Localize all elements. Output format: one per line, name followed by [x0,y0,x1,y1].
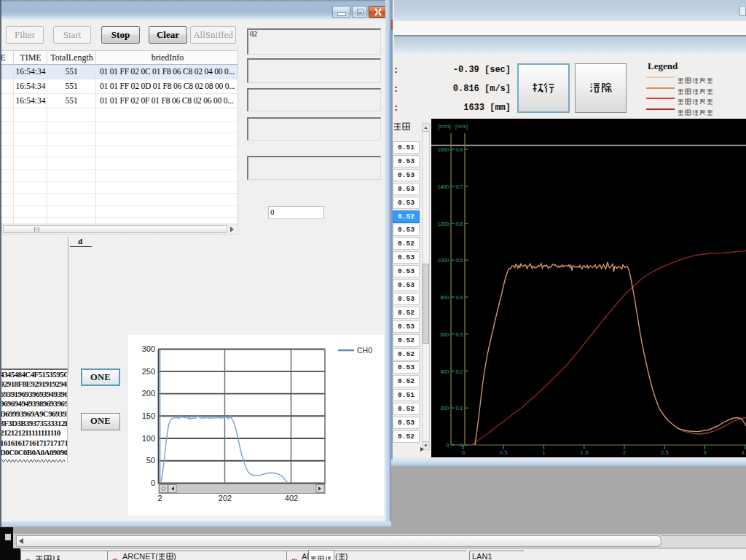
svg-text:150: 150 [142,411,155,420]
svg-text:CH0: CH0 [357,346,372,355]
svg-text:0.4: 0.4 [455,294,463,301]
svg-text:50: 50 [146,456,155,465]
svg-text:3.5: 3.5 [741,449,746,456]
svg-text:2.5: 2.5 [661,449,670,456]
svg-text:2: 2 [623,449,627,456]
svg-text:300: 300 [142,344,155,353]
svg-text:2: 2 [157,494,162,502]
svg-text:1400: 1400 [437,184,449,190]
svg-text:0.8: 0.8 [455,146,463,153]
svg-text:200: 200 [440,405,449,411]
svg-text:0.6: 0.6 [455,221,463,227]
svg-text:0: 0 [151,478,155,487]
svg-text:1: 1 [542,449,546,456]
svg-text:400: 400 [440,368,449,375]
svg-text:[m/s]: [m/s] [455,123,468,130]
svg-text:0: 0 [462,449,466,456]
svg-text:0: 0 [446,442,449,449]
svg-text:[mm]: [mm] [438,123,451,130]
svg-text:402: 402 [285,494,298,502]
svg-text:800: 800 [440,294,449,301]
svg-text:0.1: 0.1 [455,405,463,411]
svg-text:1600: 1600 [437,146,449,153]
svg-text:1.5: 1.5 [580,449,589,456]
svg-text:0.3: 0.3 [455,331,463,338]
svg-text:250: 250 [142,367,155,376]
svg-text:1000: 1000 [437,257,449,264]
svg-text:200: 200 [142,389,155,398]
svg-text:0.5: 0.5 [455,257,463,264]
svg-text:202: 202 [219,494,232,502]
svg-text:0.5: 0.5 [500,449,509,456]
svg-text:100: 100 [142,434,155,443]
svg-text:0.7: 0.7 [455,184,463,190]
svg-text:3: 3 [703,449,707,456]
svg-text:600: 600 [440,331,449,338]
svg-text:1200: 1200 [437,221,449,227]
svg-text:0.2: 0.2 [455,368,463,375]
